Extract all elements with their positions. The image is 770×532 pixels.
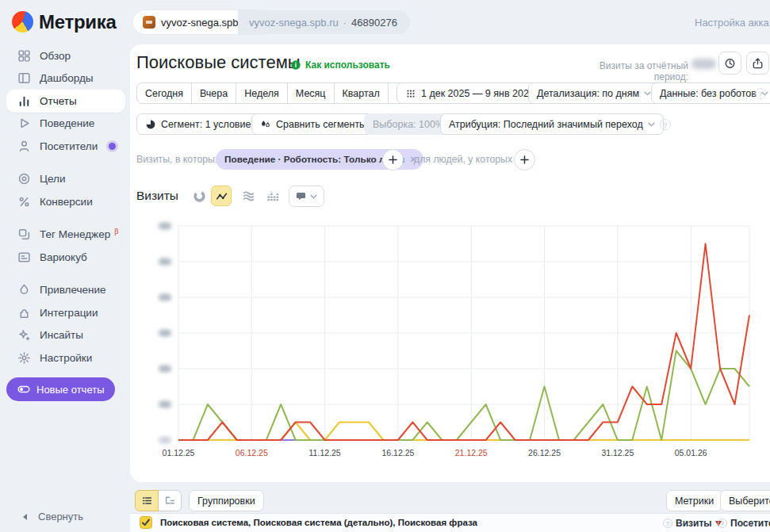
list-view-button[interactable]: [135, 490, 159, 511]
sidebar-item-acquisition[interactable]: Привлечение: [6, 279, 125, 302]
columns-chart-icon: [266, 189, 279, 203]
sidebar-item-conversions[interactable]: Конверсии: [6, 190, 125, 213]
history-button[interactable]: [718, 52, 741, 75]
counter-meta-separator: ·: [343, 17, 347, 29]
chevron-down-icon: [648, 122, 655, 127]
y-axis-label-blurred: [159, 258, 171, 266]
add-people-filter-button[interactable]: [514, 149, 535, 170]
sidebar-item-label: Отчеты: [40, 95, 77, 107]
account-settings-link[interactable]: Настройка акка: [695, 17, 770, 29]
date-range-button[interactable]: 1 дек 2025 — 9 янв 2026: [396, 82, 543, 104]
chart-type-columns-button[interactable]: [262, 186, 282, 206]
series-red-line: [178, 244, 749, 441]
sidebar-item-tag-manager[interactable]: Тег Менеджерβ: [6, 224, 125, 247]
preset-quarter-button[interactable]: Квартал: [334, 82, 389, 104]
sidebar-item-dashboards[interactable]: Дашборды: [6, 67, 125, 90]
sidebar-item-label: Дашборды: [40, 72, 94, 84]
sidebar: ОбзорДашбордыОтчетыПоведениеПосетителиЦе…: [0, 44, 130, 532]
sidebar-item-integrations[interactable]: Интеграции: [6, 301, 125, 324]
x-axis-label: 26.12.25: [528, 448, 561, 457]
sidebar-item-behavior[interactable]: Поведение: [6, 113, 125, 136]
x-axis-label: 31.12.25: [601, 448, 634, 457]
bar-chart-icon: [17, 94, 31, 108]
sidebar-item-label: Конверсии: [40, 196, 93, 208]
groupings-button[interactable]: Группировки: [189, 490, 264, 511]
sidebar-item-settings[interactable]: Настройки: [6, 346, 125, 369]
triangle-left-icon: [21, 513, 29, 521]
new-reports-button[interactable]: Новые отчеты: [6, 377, 115, 401]
sidebar-item-label: Инсайты: [40, 329, 83, 341]
info-icon: [290, 59, 301, 71]
sidebar-item-varioqub[interactable]: Вариокуб: [6, 246, 125, 269]
line-chart-icon: [215, 189, 228, 203]
column-header-visitors[interactable]: ? Посетител: [718, 518, 770, 529]
chart-type-area-button[interactable]: [238, 186, 259, 206]
preset-yesterday-button[interactable]: Вчера: [191, 82, 236, 104]
attribution-dropdown[interactable]: Атрибуция: Последний значимый переход: [440, 113, 664, 135]
preset-month-button[interactable]: Месяц: [287, 82, 335, 104]
y-axis-label-blurred: [159, 223, 171, 230]
metrica-app: { "header": { "brand": "Метрика", "count…: [0, 0, 770, 532]
how-to-use-label: Как использовать: [305, 59, 390, 71]
detail-dropdown[interactable]: Детализация: по дням: [528, 82, 660, 104]
sidebar-item-insights[interactable]: Инсайты: [6, 324, 125, 347]
sidebar-group: ПривлечениеИнтеграцииИнсайтыНастройки: [0, 279, 130, 369]
sidebar-group: Тег МенеджерβВариокуб: [0, 224, 130, 269]
dashboards-icon: [17, 71, 31, 85]
chevron-down-icon: [310, 194, 317, 199]
select-all-checkbox[interactable]: [140, 516, 152, 529]
help-icon[interactable]: ?: [755, 88, 766, 99]
date-range-label: 1 дек 2025 — 9 янв 2026: [421, 88, 534, 99]
sidebar-item-label: Привлечение: [40, 284, 106, 296]
question-icon[interactable]: ?: [663, 519, 672, 528]
export-button[interactable]: [746, 52, 769, 75]
sidebar-item-label: Вариокуб: [40, 251, 87, 263]
collapse-sidebar-button[interactable]: Свернуть: [21, 511, 83, 522]
x-axis-label: 16.12.25: [381, 448, 414, 457]
comment-icon: [296, 191, 306, 201]
toggle-icon: [17, 383, 30, 396]
pie-segment-icon: [145, 119, 156, 130]
question-icon[interactable]: ?: [718, 519, 727, 528]
column-header-visits[interactable]: ? Визиты: [663, 518, 722, 529]
segment-label: Сегмент: 1 условие: [161, 119, 251, 130]
chart-type-donut-button[interactable]: [189, 186, 209, 206]
brand-name: Метрика: [39, 11, 116, 33]
calendar-grid-icon: [405, 88, 416, 99]
sidebar-item-label: Цели: [40, 173, 65, 185]
attribution-label: Атрибуция: Последний значимый переход: [449, 119, 643, 130]
y-axis-label-blurred: [159, 401, 171, 408]
data-mode-dropdown[interactable]: Данные: без роботов: [651, 82, 770, 104]
tree-view-button[interactable]: [158, 490, 182, 511]
new-reports-label: Новые отчеты: [36, 384, 104, 396]
column-visits-label: Визиты: [676, 518, 712, 529]
sidebar-item-overview[interactable]: Обзор: [6, 44, 125, 67]
annotations-button[interactable]: [289, 186, 324, 207]
grid-icon: [17, 49, 31, 63]
how-to-use-link[interactable]: Как использовать: [290, 59, 390, 71]
chart-type-line-button[interactable]: [211, 186, 232, 206]
check-icon: [141, 518, 151, 527]
chevron-down-icon: [644, 91, 651, 96]
stacked-area-icon: [242, 189, 255, 203]
site-favicon-icon: [143, 16, 155, 29]
column-visitors-label: Посетител: [730, 518, 770, 529]
donut-chart-icon: [193, 189, 206, 203]
add-visits-filter-button[interactable]: [382, 149, 404, 170]
sidebar-item-reports[interactable]: Отчеты: [6, 90, 125, 113]
help-icon[interactable]: ?: [660, 119, 671, 130]
visits-chart-svg: 01.12.2506.12.2511.12.2516.12.2521.12.25…: [130, 214, 770, 476]
plus-icon: [389, 155, 397, 164]
metrics-button[interactable]: Метрики: [666, 490, 722, 511]
preset-today-button[interactable]: Сегодня: [136, 82, 192, 104]
period-total-label: Визиты за отчётный период:: [568, 60, 688, 82]
people-filter-label: для людей, у которых: [414, 154, 512, 165]
list-icon: [141, 495, 153, 507]
sidebar-item-goals[interactable]: Цели: [6, 168, 125, 191]
sidebar-item-visitors[interactable]: Посетители: [6, 135, 125, 158]
sparkles-icon: [17, 328, 31, 342]
counter-meta-tab[interactable]: vyvoz-snega.spb.ru · 46890276: [238, 10, 410, 34]
preset-week-button[interactable]: Неделя: [236, 82, 288, 104]
page-title: Поисковые системы: [136, 52, 301, 73]
choose-goal-button[interactable]: Выберите цел: [720, 490, 770, 511]
